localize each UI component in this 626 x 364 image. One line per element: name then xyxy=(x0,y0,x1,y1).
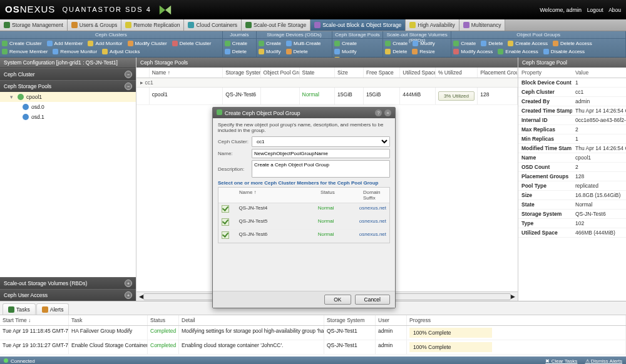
member-col[interactable]: Domain Suffix xyxy=(360,188,389,203)
task-row[interactable]: Tue Apr 19 11:18:45 GMT-700 …HA Failover… xyxy=(0,326,626,340)
nav-tab[interactable]: Scale-out File Storage xyxy=(242,19,310,31)
ribbon-item[interactable]: Delete Access xyxy=(553,39,592,48)
tree-osd-node[interactable]: osd.0 xyxy=(0,102,136,112)
ribbon-item[interactable]: Remove Member xyxy=(2,48,48,56)
ribbon-item[interactable]: Modify xyxy=(413,39,435,48)
member-name: QS-JN-Test4 xyxy=(235,203,314,216)
checkbox[interactable] xyxy=(222,218,229,226)
tree-pool-node[interactable]: ▾cpool1 xyxy=(0,92,136,102)
ribbon-item[interactable]: Delete xyxy=(481,39,503,48)
nav-tab[interactable]: High Availability xyxy=(406,19,459,31)
ribbon-group-title: Journals xyxy=(223,31,256,39)
help-icon[interactable]: ? xyxy=(375,109,382,116)
ribbon-item[interactable]: Create xyxy=(385,39,408,48)
dismiss-alerts-link[interactable]: ⚠ Dismiss Alerts xyxy=(585,358,622,364)
tab-tasks[interactable]: Tasks xyxy=(3,303,36,315)
scroll-right-icon[interactable]: ▶ xyxy=(511,293,515,300)
checkbox[interactable] xyxy=(222,231,229,239)
task-col[interactable]: Detail xyxy=(179,315,324,325)
col-header[interactable]: Storage System xyxy=(223,68,260,78)
ribbon-item[interactable]: Modify xyxy=(259,48,281,56)
ribbon-item[interactable]: Create Cluster xyxy=(2,39,42,48)
grid-row[interactable]: cpool1 QS-JN-Test6 Normal 15GiB 15GiB 44… xyxy=(136,88,518,105)
cluster-select[interactable]: cc1 xyxy=(252,136,390,147)
ribbon-item[interactable]: Adjust Clocks xyxy=(102,48,140,56)
col-header[interactable]: Placement Groups xyxy=(478,68,518,78)
task-row[interactable]: Tue Apr 19 10:31:27 GMT-700 …Enable Clou… xyxy=(0,340,626,355)
tab-alerts[interactable]: Alerts xyxy=(36,303,69,315)
prop-key: Size xyxy=(518,191,572,200)
checkbox[interactable] xyxy=(222,205,229,213)
member-row[interactable]: QS-JN-Test5Normalosnexus.net xyxy=(218,216,389,230)
acc-label: Ceph Storage Pools xyxy=(4,83,51,89)
ok-button[interactable]: OK xyxy=(324,295,351,305)
ribbon-item[interactable]: Modify Access xyxy=(453,48,493,56)
name-input[interactable] xyxy=(252,149,390,158)
ribbon-item[interactable]: Create xyxy=(334,39,357,48)
nav-tab[interactable]: Users & Groups xyxy=(68,19,121,31)
ribbon-item[interactable]: Resize xyxy=(412,48,434,56)
ribbon-item[interactable]: Delete xyxy=(385,48,407,56)
acc-ceph-cluster[interactable]: Ceph Cluster− xyxy=(0,68,136,80)
ribbon-item[interactable]: Remove Monitor xyxy=(53,48,97,56)
member-col[interactable] xyxy=(218,188,236,203)
lbl-cluster: Ceph Cluster: xyxy=(218,139,252,144)
nav-tab[interactable]: Scale-out Block & Object Storage xyxy=(310,19,406,31)
task-col[interactable]: Status xyxy=(148,315,179,325)
ribbon-item[interactable]: Create xyxy=(259,39,281,48)
ribbon-item[interactable]: Delete xyxy=(286,48,308,56)
col-header[interactable]: Name ↑ xyxy=(150,68,223,78)
property-row: OSD Count2 xyxy=(518,163,626,172)
member-row[interactable]: QS-JN-Test6Normalosnexus.net xyxy=(218,230,389,243)
logout-link[interactable]: Logout xyxy=(587,7,603,13)
task-col[interactable]: Task xyxy=(69,315,148,325)
clear-tasks-link[interactable]: ✖ Clear Tasks xyxy=(545,358,577,364)
ribbon-item-icon xyxy=(385,41,391,46)
ribbon-item[interactable]: Disable Access xyxy=(543,48,585,56)
property-row: Modified Time StamThu Apr 14 14:26:54 GM… xyxy=(518,144,626,153)
cancel-button[interactable]: Cancel xyxy=(355,295,390,305)
member-row[interactable]: QS-JN-Test4Normalosnexus.net xyxy=(218,203,389,216)
task-col[interactable]: User xyxy=(376,315,407,325)
ribbon-item[interactable]: Add Member xyxy=(47,39,83,48)
col-header[interactable]: Object Pool Group xyxy=(261,68,300,78)
acc-ceph-storage-pools[interactable]: Ceph Storage Pools− xyxy=(0,80,136,92)
col-header[interactable] xyxy=(136,68,150,78)
col-header[interactable]: Size xyxy=(335,68,364,78)
desc-input[interactable]: Create a Ceph Object Pool Group xyxy=(252,160,390,178)
nav-tab[interactable]: Cloud Containers xyxy=(184,19,242,31)
tree-osd-node[interactable]: osd.1 xyxy=(0,112,136,122)
nav-tab[interactable]: Multitenancy xyxy=(459,19,506,31)
col-header[interactable]: % Utilized xyxy=(436,68,478,78)
ribbon-item[interactable]: Create Access xyxy=(508,39,548,48)
acc-ceph-user-access[interactable]: Ceph User Access+ xyxy=(0,289,136,301)
task-col[interactable]: Storage System xyxy=(324,315,376,325)
about-link[interactable]: Abou xyxy=(608,7,621,13)
col-header[interactable]: Utilized Space xyxy=(400,68,436,78)
task-col[interactable]: Start Time ↓ xyxy=(0,315,69,325)
ribbon-item[interactable]: Multi-Create xyxy=(286,39,321,48)
dialog-buttons: OK Cancel xyxy=(213,291,395,308)
task-col[interactable]: Progress xyxy=(407,315,626,325)
ribbon-item[interactable]: Add Monitor xyxy=(88,39,122,48)
ribbon-item-icon xyxy=(2,49,8,54)
ribbon-item[interactable]: Delete xyxy=(225,48,247,56)
ribbon-item[interactable]: Enable Access xyxy=(498,48,538,56)
close-icon[interactable]: × xyxy=(384,109,391,116)
member-col[interactable]: Name ↑ xyxy=(236,188,317,203)
nav-tab[interactable]: Remote Replication xyxy=(121,19,184,31)
ribbon-item[interactable]: Create xyxy=(453,39,476,48)
tab-label: Alerts xyxy=(50,306,64,313)
scroll-left-icon[interactable]: ◀ xyxy=(139,293,143,300)
acc-rbds[interactable]: Scale-out Storage Volumes (RBDs)+ xyxy=(0,277,136,289)
ribbon-item-label: Create xyxy=(393,41,408,46)
ribbon-item[interactable]: Delete Cluster xyxy=(172,39,212,48)
ribbon-item[interactable]: Create xyxy=(225,39,247,48)
col-header[interactable]: Free Space xyxy=(364,68,400,78)
ribbon-item[interactable]: Modify Cluster xyxy=(128,39,167,48)
grid-group-row[interactable]: ▸ cc1 xyxy=(136,78,518,88)
member-col[interactable]: Status xyxy=(317,188,360,203)
nav-tab[interactable]: Storage Management xyxy=(0,19,68,31)
ribbon-item[interactable]: Modify xyxy=(334,48,357,56)
col-header[interactable]: State xyxy=(300,68,336,78)
